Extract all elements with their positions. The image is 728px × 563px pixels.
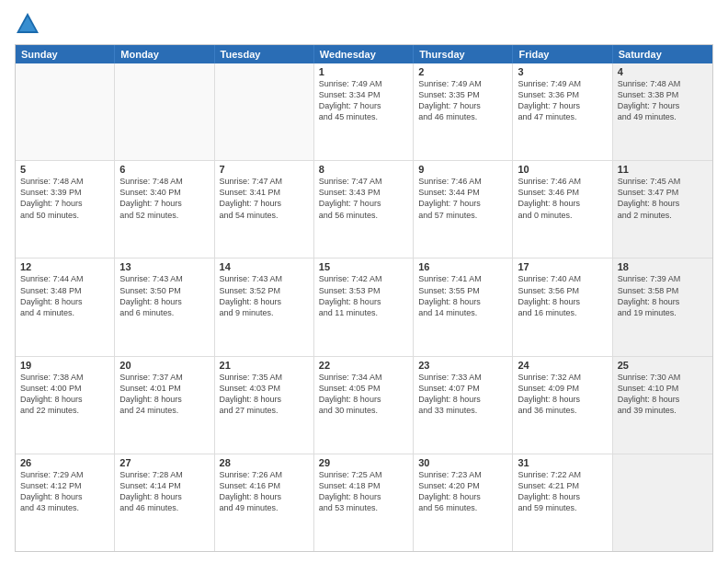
- day-number: 24: [518, 360, 607, 371]
- day-number: 12: [20, 261, 109, 272]
- calendar-cell-r0c2: [215, 63, 314, 160]
- day-number: 21: [220, 360, 309, 371]
- cell-info: Sunrise: 7:29 AM Sunset: 4:12 PM Dayligh…: [20, 469, 109, 514]
- calendar-cell-r1c4: 9Sunrise: 7:46 AM Sunset: 3:44 PM Daylig…: [414, 161, 513, 258]
- cell-info: Sunrise: 7:49 AM Sunset: 3:35 PM Dayligh…: [418, 78, 507, 123]
- calendar-cell-r2c1: 13Sunrise: 7:43 AM Sunset: 3:50 PM Dayli…: [115, 259, 214, 355]
- cell-info: Sunrise: 7:43 AM Sunset: 3:52 PM Dayligh…: [220, 273, 309, 318]
- day-number: 1: [319, 66, 408, 77]
- calendar-cell-r2c6: 18Sunrise: 7:39 AM Sunset: 3:58 PM Dayli…: [613, 259, 712, 355]
- header-day-friday: Friday: [513, 45, 612, 63]
- cell-info: Sunrise: 7:49 AM Sunset: 3:36 PM Dayligh…: [518, 78, 607, 123]
- cell-info: Sunrise: 7:30 AM Sunset: 4:10 PM Dayligh…: [618, 372, 708, 417]
- cell-info: Sunrise: 7:43 AM Sunset: 3:50 PM Dayligh…: [119, 273, 209, 318]
- day-number: 17: [518, 261, 607, 272]
- day-number: 8: [319, 164, 408, 175]
- calendar-cell-r2c3: 15Sunrise: 7:42 AM Sunset: 3:53 PM Dayli…: [314, 259, 414, 355]
- cell-info: Sunrise: 7:48 AM Sunset: 3:38 PM Dayligh…: [618, 78, 708, 123]
- cell-info: Sunrise: 7:46 AM Sunset: 3:46 PM Dayligh…: [518, 176, 607, 221]
- calendar-cell-r1c0: 5Sunrise: 7:48 AM Sunset: 3:39 PM Daylig…: [16, 161, 115, 258]
- day-number: 15: [319, 261, 408, 272]
- calendar-cell-r3c1: 20Sunrise: 7:37 AM Sunset: 4:01 PM Dayli…: [115, 357, 214, 454]
- calendar-header: SundayMondayTuesdayWednesdayThursdayFrid…: [16, 45, 712, 63]
- calendar-cell-r4c1: 27Sunrise: 7:28 AM Sunset: 4:14 PM Dayli…: [115, 454, 214, 551]
- day-number: 22: [319, 360, 408, 371]
- cell-info: Sunrise: 7:25 AM Sunset: 4:18 PM Dayligh…: [319, 469, 408, 514]
- cell-info: Sunrise: 7:22 AM Sunset: 4:21 PM Dayligh…: [518, 469, 607, 514]
- cell-info: Sunrise: 7:37 AM Sunset: 4:01 PM Dayligh…: [119, 372, 209, 417]
- calendar-cell-r3c6: 25Sunrise: 7:30 AM Sunset: 4:10 PM Dayli…: [613, 357, 712, 454]
- day-number: 2: [418, 66, 507, 77]
- calendar-cell-r0c0: [16, 63, 115, 160]
- cell-info: Sunrise: 7:23 AM Sunset: 4:20 PM Dayligh…: [418, 469, 507, 514]
- calendar-cell-r3c3: 22Sunrise: 7:34 AM Sunset: 4:05 PM Dayli…: [314, 357, 414, 454]
- day-number: 30: [418, 457, 507, 468]
- day-number: 27: [119, 457, 209, 468]
- calendar-cell-r2c4: 16Sunrise: 7:41 AM Sunset: 3:55 PM Dayli…: [414, 259, 513, 355]
- cell-info: Sunrise: 7:40 AM Sunset: 3:56 PM Dayligh…: [518, 273, 607, 318]
- header-day-thursday: Thursday: [414, 45, 513, 63]
- calendar-cell-r1c2: 7Sunrise: 7:47 AM Sunset: 3:41 PM Daylig…: [215, 161, 314, 258]
- day-number: 16: [418, 261, 507, 272]
- calendar-cell-r4c5: 31Sunrise: 7:22 AM Sunset: 4:21 PM Dayli…: [513, 454, 612, 551]
- day-number: 31: [518, 457, 607, 468]
- calendar-cell-r3c2: 21Sunrise: 7:35 AM Sunset: 4:03 PM Dayli…: [215, 357, 314, 454]
- cell-info: Sunrise: 7:39 AM Sunset: 3:58 PM Dayligh…: [618, 273, 708, 318]
- cell-info: Sunrise: 7:47 AM Sunset: 3:41 PM Dayligh…: [220, 176, 309, 221]
- cell-info: Sunrise: 7:26 AM Sunset: 4:16 PM Dayligh…: [220, 469, 309, 514]
- calendar-row-3: 19Sunrise: 7:38 AM Sunset: 4:00 PM Dayli…: [16, 357, 712, 454]
- cell-info: Sunrise: 7:44 AM Sunset: 3:48 PM Dayligh…: [20, 273, 109, 318]
- cell-info: Sunrise: 7:48 AM Sunset: 3:40 PM Dayligh…: [119, 176, 209, 221]
- header-day-sunday: Sunday: [16, 45, 115, 63]
- cell-info: Sunrise: 7:35 AM Sunset: 4:03 PM Dayligh…: [220, 372, 309, 417]
- header-day-tuesday: Tuesday: [215, 45, 314, 63]
- header-day-wednesday: Wednesday: [314, 45, 414, 63]
- calendar-cell-r2c0: 12Sunrise: 7:44 AM Sunset: 3:48 PM Dayli…: [16, 259, 115, 355]
- calendar-cell-r0c3: 1Sunrise: 7:49 AM Sunset: 3:34 PM Daylig…: [314, 63, 414, 160]
- calendar-row-1: 5Sunrise: 7:48 AM Sunset: 3:39 PM Daylig…: [16, 161, 712, 259]
- calendar: SundayMondayTuesdayWednesdayThursdayFrid…: [15, 44, 713, 552]
- day-number: 14: [220, 261, 309, 272]
- calendar-cell-r3c0: 19Sunrise: 7:38 AM Sunset: 4:00 PM Dayli…: [16, 357, 115, 454]
- day-number: 6: [119, 164, 209, 175]
- calendar-cell-r4c6: [613, 454, 712, 551]
- page: SundayMondayTuesdayWednesdayThursdayFrid…: [0, 0, 728, 563]
- day-number: 18: [618, 261, 708, 272]
- day-number: 13: [119, 261, 209, 272]
- header-day-monday: Monday: [115, 45, 214, 63]
- day-number: 26: [20, 457, 109, 468]
- day-number: 19: [20, 360, 109, 371]
- calendar-cell-r4c4: 30Sunrise: 7:23 AM Sunset: 4:20 PM Dayli…: [414, 454, 513, 551]
- day-number: 5: [20, 164, 109, 175]
- calendar-cell-r3c5: 24Sunrise: 7:32 AM Sunset: 4:09 PM Dayli…: [513, 357, 612, 454]
- cell-info: Sunrise: 7:47 AM Sunset: 3:43 PM Dayligh…: [319, 176, 408, 221]
- header-day-saturday: Saturday: [613, 45, 712, 63]
- calendar-cell-r1c5: 10Sunrise: 7:46 AM Sunset: 3:46 PM Dayli…: [513, 161, 612, 258]
- calendar-row-0: 1Sunrise: 7:49 AM Sunset: 3:34 PM Daylig…: [16, 63, 712, 161]
- calendar-cell-r4c2: 28Sunrise: 7:26 AM Sunset: 4:16 PM Dayli…: [215, 454, 314, 551]
- day-number: 7: [220, 164, 309, 175]
- calendar-cell-r2c5: 17Sunrise: 7:40 AM Sunset: 3:56 PM Dayli…: [513, 259, 612, 355]
- cell-info: Sunrise: 7:33 AM Sunset: 4:07 PM Dayligh…: [418, 372, 507, 417]
- day-number: 9: [418, 164, 507, 175]
- logo-icon: [15, 11, 40, 37]
- cell-info: Sunrise: 7:48 AM Sunset: 3:39 PM Dayligh…: [20, 176, 109, 221]
- day-number: 29: [319, 457, 408, 468]
- calendar-cell-r2c2: 14Sunrise: 7:43 AM Sunset: 3:52 PM Dayli…: [215, 259, 314, 355]
- cell-info: Sunrise: 7:42 AM Sunset: 3:53 PM Dayligh…: [319, 273, 408, 318]
- cell-info: Sunrise: 7:38 AM Sunset: 4:00 PM Dayligh…: [20, 372, 109, 417]
- calendar-cell-r1c1: 6Sunrise: 7:48 AM Sunset: 3:40 PM Daylig…: [115, 161, 214, 258]
- calendar-cell-r4c0: 26Sunrise: 7:29 AM Sunset: 4:12 PM Dayli…: [16, 454, 115, 551]
- cell-info: Sunrise: 7:45 AM Sunset: 3:47 PM Dayligh…: [618, 176, 708, 221]
- cell-info: Sunrise: 7:41 AM Sunset: 3:55 PM Dayligh…: [418, 273, 507, 318]
- calendar-row-4: 26Sunrise: 7:29 AM Sunset: 4:12 PM Dayli…: [16, 454, 712, 551]
- day-number: 4: [618, 66, 708, 77]
- calendar-body: 1Sunrise: 7:49 AM Sunset: 3:34 PM Daylig…: [16, 63, 712, 551]
- calendar-cell-r4c3: 29Sunrise: 7:25 AM Sunset: 4:18 PM Dayli…: [314, 454, 414, 551]
- cell-info: Sunrise: 7:34 AM Sunset: 4:05 PM Dayligh…: [319, 372, 408, 417]
- calendar-row-2: 12Sunrise: 7:44 AM Sunset: 3:48 PM Dayli…: [16, 259, 712, 356]
- header: [15, 11, 713, 37]
- calendar-cell-r1c6: 11Sunrise: 7:45 AM Sunset: 3:47 PM Dayli…: [613, 161, 712, 258]
- calendar-cell-r0c4: 2Sunrise: 7:49 AM Sunset: 3:35 PM Daylig…: [414, 63, 513, 160]
- day-number: 28: [220, 457, 309, 468]
